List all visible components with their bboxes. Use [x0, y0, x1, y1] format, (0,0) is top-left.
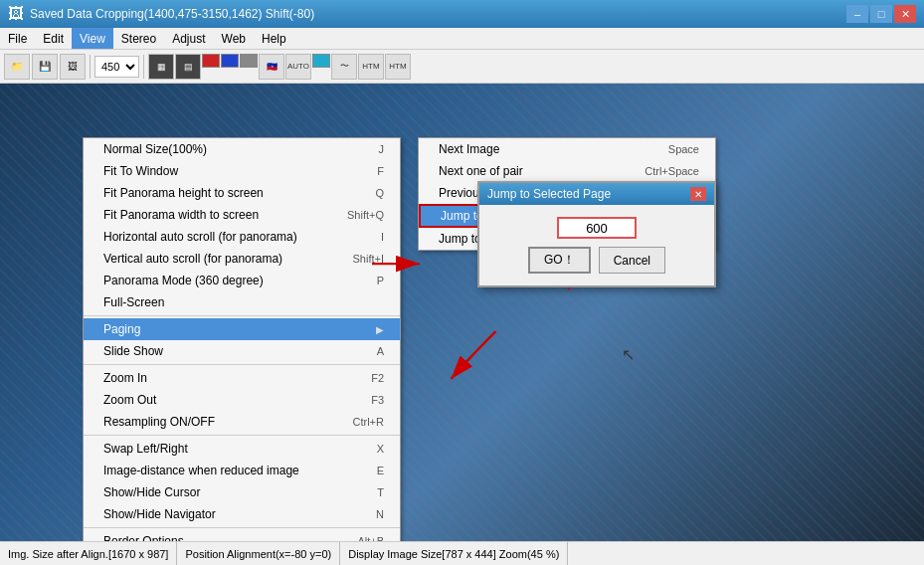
go-button[interactable]: GO！: [528, 247, 591, 274]
cancel-button[interactable]: Cancel: [599, 247, 665, 274]
menu-zoom-in[interactable]: Zoom In F2: [84, 367, 400, 389]
menu-sep-1: [84, 315, 400, 316]
status-bar: Img. Size after Align.[1670 x 987] Posit…: [0, 541, 924, 565]
menu-view[interactable]: View: [72, 28, 113, 49]
menu-fit-window[interactable]: Fit To Window F: [84, 160, 400, 182]
zoom-select[interactable]: 450 100 200: [94, 56, 139, 78]
title-controls: – □ ✕: [846, 5, 916, 23]
menu-v-scroll[interactable]: Vertical auto scroll (for panorama) Shif…: [84, 248, 400, 270]
color-cyan[interactable]: [312, 54, 330, 68]
menu-edit[interactable]: Edit: [35, 28, 72, 49]
status-display-size: Display Image Size[787 x 444] Zoom(45 %): [340, 542, 568, 565]
toolbar-img[interactable]: 🖼: [60, 54, 86, 80]
color-blue[interactable]: [221, 54, 239, 68]
menu-show-cursor[interactable]: Show/Hide Cursor T: [84, 481, 400, 503]
jump-dialog: Jump to Selected Page ✕ GO！ Cancel: [477, 181, 716, 287]
htm-icon[interactable]: HTM: [358, 54, 384, 80]
grid-icon[interactable]: ▦: [148, 54, 174, 80]
title-bar: 🖼 Saved Data Cropping(1400,475-3150,1462…: [0, 0, 924, 28]
auto-icon[interactable]: AUTO: [285, 54, 311, 80]
toolbar-open[interactable]: 📁: [4, 54, 30, 80]
menu-show-navigator[interactable]: Show/Hide Navigator N: [84, 503, 400, 525]
wave-icon[interactable]: 〜: [331, 54, 357, 80]
title-bar-left: 🖼 Saved Data Cropping(1400,475-3150,1462…: [8, 5, 314, 23]
menu-fullscreen[interactable]: Full-Screen: [84, 291, 400, 313]
app-icon: 🖼: [8, 5, 24, 23]
menu-fit-panorama-height[interactable]: Fit Panorama height to screen Q: [84, 182, 400, 204]
menu-web[interactable]: Web: [214, 28, 254, 49]
menu-stereo[interactable]: Stereo: [113, 28, 164, 49]
dialog-title-bar: Jump to Selected Page ✕: [479, 183, 714, 205]
menu-swap[interactable]: Swap Left/Right X: [84, 438, 400, 460]
minimize-button[interactable]: –: [846, 5, 868, 23]
main-content: Normal Size(100%) J Fit To Window F Fit …: [0, 84, 924, 541]
toolbar: 📁 💾 🖼 450 100 200 ▦ ▤ 🇭🇹 AUTO 〜 HTM HTM: [0, 50, 924, 84]
dialog-content: GO！ Cancel: [479, 205, 714, 285]
toolbar-save[interactable]: 💾: [32, 54, 58, 80]
submenu-next-pair[interactable]: Next one of pair Ctrl+Space: [419, 160, 715, 182]
flag-icon[interactable]: 🇭🇹: [259, 54, 284, 80]
menu-paging[interactable]: Paging ▶: [84, 318, 400, 340]
menu-resampling[interactable]: Resampling ON/OFF Ctrl+R: [84, 411, 400, 433]
submenu-next-image[interactable]: Next Image Space: [419, 138, 715, 160]
menu-sep-3: [84, 435, 400, 436]
window-title: Saved Data Cropping(1400,475-3150,1462) …: [30, 7, 314, 21]
menu-adjust[interactable]: Adjust: [164, 28, 213, 49]
grid-icon-2[interactable]: ▤: [175, 54, 201, 80]
dialog-close-button[interactable]: ✕: [690, 187, 706, 201]
dialog-title-text: Jump to Selected Page: [487, 187, 611, 201]
htm-icon-2[interactable]: HTM: [385, 54, 411, 80]
view-dropdown-menu: Normal Size(100%) J Fit To Window F Fit …: [83, 137, 401, 541]
status-image-size: Img. Size after Align.[1670 x 987]: [0, 542, 177, 565]
toolbar-sep-1: [90, 55, 91, 79]
menu-img-dist[interactable]: Image-distance when reduced image E: [84, 460, 400, 481]
status-position: Position Alignment(x=-80 y=0): [177, 542, 340, 565]
menu-help[interactable]: Help: [254, 28, 294, 49]
menu-panorama-360[interactable]: Panorama Mode (360 degree) P: [84, 270, 400, 291]
menu-fit-panorama-width[interactable]: Fit Panorama width to screen Shift+Q: [84, 204, 400, 226]
menu-sep-4: [84, 527, 400, 528]
close-button[interactable]: ✕: [894, 5, 916, 23]
color-icons: ▦ ▤ 🇭🇹 AUTO 〜 HTM HTM: [148, 54, 411, 80]
color-red[interactable]: [202, 54, 220, 68]
menu-bar: File Edit View Stereo Adjust Web Help: [0, 28, 924, 50]
maximize-button[interactable]: □: [870, 5, 892, 23]
menu-h-scroll[interactable]: Horizontal auto scroll (for panorama) I: [84, 226, 400, 248]
menu-normal-size[interactable]: Normal Size(100%) J: [84, 138, 400, 160]
dialog-buttons: GO！ Cancel: [528, 247, 665, 274]
menu-zoom-out[interactable]: Zoom Out F3: [84, 389, 400, 411]
toolbar-sep-2: [143, 55, 144, 79]
page-number-input[interactable]: [557, 217, 637, 239]
menu-slideshow[interactable]: Slide Show A: [84, 340, 400, 362]
menu-sep-2: [84, 364, 400, 365]
menu-border-options[interactable]: Border Options... Alt+B: [84, 530, 400, 541]
color-gray[interactable]: [240, 54, 258, 68]
menu-file[interactable]: File: [0, 28, 35, 49]
